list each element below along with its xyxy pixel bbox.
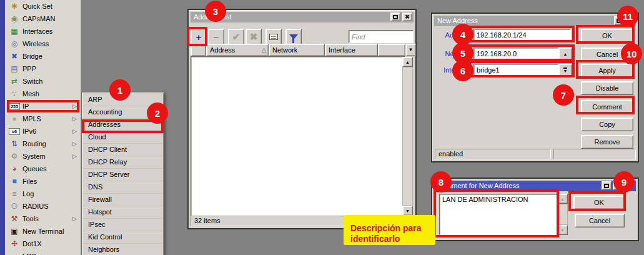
network-up-arrow-button[interactable]: ▲ xyxy=(558,48,572,60)
sidebar-item-log[interactable]: ≡Log xyxy=(5,188,81,200)
item-status: enabled xyxy=(435,149,551,159)
menu-item-dhcp-server[interactable]: DHCP Server xyxy=(82,169,163,181)
menu-item-hotspot[interactable]: Hotspot xyxy=(82,206,163,219)
menu-item-firewall[interactable]: Firewall xyxy=(82,194,163,206)
column-dropdown-button[interactable]: ▼ xyxy=(405,44,416,56)
sidebar-item-ipv6[interactable]: v6IPv6▷ xyxy=(5,125,81,138)
sidebar-item-switch[interactable]: ⇄Switch xyxy=(5,75,81,88)
scroll-up-button[interactable]: ▲ xyxy=(557,194,568,204)
disable-button[interactable]: Disable xyxy=(581,81,633,95)
sidebar-item-capsman[interactable]: ◉CAPsMAN xyxy=(5,12,81,25)
comment-textarea[interactable]: LAN DE ADMINISTRACION xyxy=(439,194,557,235)
callout-badge-4: 4 xyxy=(452,24,473,45)
column-network[interactable]: Network xyxy=(269,44,325,56)
maximize-button[interactable] xyxy=(602,181,612,190)
ok-button[interactable]: OK xyxy=(573,196,625,209)
menu-item-dhcp-relay[interactable]: DHCP Relay xyxy=(82,156,163,169)
comment-dialog: Comment for New Address ✖ LAN DE ADMINIS… xyxy=(431,178,639,241)
column-filler[interactable] xyxy=(378,44,405,56)
find-input[interactable] xyxy=(349,30,414,43)
sidebar-item-bridge[interactable]: ✖Bridge xyxy=(5,50,81,62)
scrollbar-track[interactable] xyxy=(402,67,413,206)
callout-badge-7: 7 xyxy=(553,84,574,106)
sidebar-item-label: Tools xyxy=(22,215,81,222)
sidebar-item-label: Queues xyxy=(22,165,81,172)
system-gear-icon: ⚙ xyxy=(9,152,20,161)
enable-icon: ✔ xyxy=(232,31,240,42)
sidebar-item-ip[interactable]: 255IP▷ xyxy=(5,100,81,112)
sidebar-item-label: MPLS xyxy=(22,115,81,122)
network-input[interactable] xyxy=(473,48,558,60)
comment-button[interactable] xyxy=(265,29,282,45)
remove-button[interactable]: − xyxy=(208,29,224,45)
submenu-arrow-icon: ▷ xyxy=(72,116,77,122)
interfaces-icon: ▦ xyxy=(9,27,20,36)
sidebar-item-label: Routing xyxy=(22,140,81,148)
interface-select[interactable] xyxy=(473,64,558,76)
scroll-up-button[interactable]: ▲ xyxy=(402,57,413,67)
sidebar-item-mpls[interactable]: ●MPLS▷ xyxy=(5,112,81,125)
menu-item-neighbors[interactable]: Neighbors xyxy=(82,244,163,255)
sort-ascending-icon: △ xyxy=(262,44,266,56)
scroll-down-button[interactable]: ▼ xyxy=(557,225,568,235)
menu-item-cloud[interactable]: Cloud xyxy=(82,131,163,144)
remove-button[interactable]: Remove xyxy=(581,135,633,149)
comment-button[interactable]: Comment xyxy=(581,100,633,114)
sidebar-item-new-terminal[interactable]: ▣New Terminal xyxy=(5,225,81,238)
menu-item-dns[interactable]: DNS xyxy=(82,181,163,194)
radius-icon: ⚇ xyxy=(9,202,20,211)
wand-icon: ✱ xyxy=(9,2,20,11)
menu-item-kid-control[interactable]: Kid Control xyxy=(82,231,163,244)
submenu-arrow-icon: ▷ xyxy=(72,141,77,147)
sidebar-item-label: Interfaces xyxy=(22,28,81,35)
sidebar-item-radius[interactable]: ⚇RADIUS xyxy=(5,200,81,212)
sidebar-item-wireless[interactable]: ◎Wireless xyxy=(5,38,81,50)
sidebar-item-quick-set[interactable]: ✱Quick Set xyxy=(5,0,81,12)
address-list-rows[interactable] xyxy=(191,56,405,216)
sidebar-item-mesh[interactable]: ∵Mesh xyxy=(5,88,81,100)
callout-badge-3: 3 xyxy=(205,1,226,22)
close-button[interactable]: ✖ xyxy=(402,12,412,21)
sidebar-item-files[interactable]: ■Files xyxy=(5,175,81,188)
column-address[interactable]: Address △ xyxy=(206,44,269,56)
filter-button[interactable] xyxy=(285,29,302,45)
sidebar-item-ppp[interactable]: ▤PPP xyxy=(5,62,81,75)
maximize-button[interactable] xyxy=(390,12,400,21)
sidebar-item-routing[interactable]: ⇅Routing▷ xyxy=(5,138,81,150)
ppp-icon: ▤ xyxy=(9,64,20,73)
sidebar-item-queues[interactable]: ◕Queues xyxy=(5,162,81,175)
column-interface[interactable]: Interface xyxy=(325,44,378,56)
winbox-screen: ✱Quick Set◉CAPsMAN▦Interfaces◎Wireless✖B… xyxy=(0,0,644,255)
copy-button[interactable]: Copy xyxy=(581,118,633,131)
sidebar-item-interfaces[interactable]: ▦Interfaces xyxy=(5,25,81,38)
bridge-icon: ✖ xyxy=(9,52,20,61)
enable-button[interactable]: ✔ xyxy=(228,29,244,45)
submenu-arrow-icon: ▷ xyxy=(72,103,77,109)
disable-button[interactable]: ✖ xyxy=(245,29,262,45)
sidebar-item-label: Dot1X xyxy=(22,240,81,248)
interface-dropdown-button[interactable]: ▼ xyxy=(558,64,572,76)
app-background-strip xyxy=(0,0,5,255)
sidebar-item-system[interactable]: ⚙System▷ xyxy=(5,150,81,162)
sidebar-item-label: LCD xyxy=(22,252,81,255)
main-menu-sidebar: ✱Quick Set◉CAPsMAN▦Interfaces◎Wireless✖B… xyxy=(5,0,81,255)
add-icon: + xyxy=(196,32,202,42)
sidebar-item-label: New Terminal xyxy=(22,228,81,235)
menu-item-ipsec[interactable]: IPsec xyxy=(82,219,163,231)
sidebar-item-tools[interactable]: ⚒Tools▷ xyxy=(5,212,81,225)
callout-badge-10: 10 xyxy=(621,43,642,64)
menu-item-dhcp-client[interactable]: DHCP Client xyxy=(82,144,163,156)
scroll-down-button[interactable]: ▼ xyxy=(402,206,413,216)
callout-badge-1: 1 xyxy=(109,79,131,101)
column-selector[interactable] xyxy=(191,44,206,56)
switch-icon: ⇄ xyxy=(9,77,20,86)
cancel-button[interactable]: Cancel xyxy=(575,214,625,228)
address-input[interactable] xyxy=(473,29,571,41)
sidebar-item-label: IP xyxy=(22,102,81,110)
sidebar-item-dot1x[interactable]: ✣Dot1X xyxy=(5,238,81,250)
add-button[interactable]: + xyxy=(191,29,207,45)
scrollbar-track[interactable] xyxy=(557,204,568,225)
sidebar-item-lcd[interactable]: ▭LCD xyxy=(5,250,81,255)
submenu-arrow-icon: ▷ xyxy=(72,153,77,159)
queues-icon: ◕ xyxy=(9,164,20,173)
